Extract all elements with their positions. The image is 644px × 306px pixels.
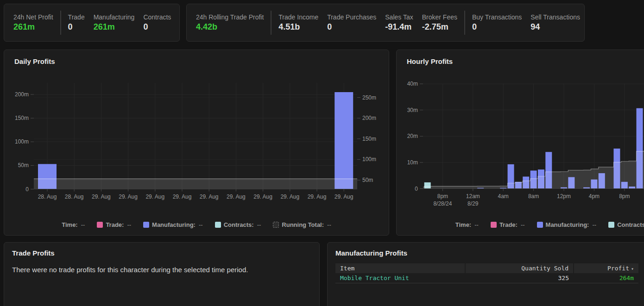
stat-sell-transactions: Sell Transactions 94	[530, 13, 580, 32]
stat-24h-rolling-trade-profit: 24h Rolling Trade Profit 4.42b	[196, 13, 264, 32]
svg-text:28. Aug: 28. Aug	[65, 194, 84, 200]
legend-value: --	[257, 221, 261, 228]
manufacturing-profits-card: Manufacturing Profits Item Quantity Sold…	[327, 242, 644, 306]
svg-text:20m: 20m	[407, 133, 418, 139]
stat-trade-income: Trade Income 4.51b	[278, 13, 318, 32]
trade-profits-card: Trade Profits There were no trade profit…	[4, 242, 320, 306]
legend-item-contracts[interactable]: Contracts:--	[608, 221, 644, 228]
svg-text:0: 0	[25, 186, 29, 193]
svg-text:30m: 30m	[407, 107, 418, 113]
svg-text:200m: 200m	[15, 91, 29, 98]
legend-label: Contracts:	[617, 221, 644, 228]
stat-value: 0	[143, 21, 171, 32]
stat-label: Trade	[68, 13, 85, 21]
svg-text:150m: 150m	[362, 136, 376, 142]
svg-text:50m: 50m	[362, 177, 373, 183]
legend-label: Time:	[62, 221, 77, 228]
svg-text:100m: 100m	[362, 156, 376, 162]
svg-text:29. Aug: 29. Aug	[200, 194, 219, 200]
legend-label: Time:	[455, 221, 471, 228]
stat-buy-transactions: Buy Transactions 0	[472, 13, 522, 32]
svg-text:40m: 40m	[407, 81, 418, 87]
legend-label: Manufacturing:	[152, 221, 196, 228]
stat-value: 4.51b	[278, 21, 318, 32]
stat-label: Buy Transactions	[472, 13, 522, 21]
legend-value: --	[81, 221, 85, 228]
legend-item-manufacturing[interactable]: Manufacturing:--	[537, 221, 597, 228]
svg-text:150m: 150m	[15, 115, 29, 121]
table-row[interactable]: Mobile Tractor Unit 325 264m	[335, 273, 638, 283]
legend-swatch	[537, 222, 543, 228]
svg-text:50m: 50m	[18, 162, 29, 169]
legend-value: --	[592, 221, 596, 228]
manufacturing-profits-table: Item Quantity Sold Profit▾ Mobile Tracto…	[335, 263, 638, 283]
legend-label: Trade:	[499, 221, 518, 228]
legend-item-running-total[interactable]: Running Total:--	[273, 221, 331, 228]
svg-text:12am: 12am	[466, 193, 480, 200]
svg-text:4am: 4am	[498, 193, 509, 200]
svg-text:8/28/24: 8/28/24	[433, 200, 452, 207]
daily-profits-chart[interactable]: 050m100m150m200m50m100m150m200m250m28. A…	[4, 50, 389, 235]
stat-label: 24h Rolling Trade Profit	[196, 13, 264, 21]
card-title: Manufacturing Profits	[335, 249, 638, 257]
chart-legend: Time:--Trade:--Manufacturing:--Contracts…	[4, 221, 389, 228]
svg-text:28. Aug: 28. Aug	[38, 194, 57, 200]
stat-value: 261m	[94, 21, 135, 32]
svg-text:29. Aug: 29. Aug	[92, 194, 111, 200]
svg-text:29. Aug: 29. Aug	[145, 194, 164, 200]
stat-value: 0	[327, 21, 376, 32]
svg-text:12pm: 12pm	[557, 193, 571, 200]
stat-trade: Trade 0	[68, 13, 85, 32]
stat-group: Trade 0 Manufacturing 261m Contracts 0	[68, 13, 171, 32]
stat-value: 4.42b	[196, 21, 264, 32]
svg-text:0: 0	[415, 186, 418, 192]
legend-item-manufacturing[interactable]: Manufacturing:--	[143, 221, 203, 228]
legend-item-time[interactable]: Time:--	[62, 221, 85, 228]
legend-item-time[interactable]: Time:--	[455, 221, 479, 228]
divider	[271, 11, 271, 35]
daily-profits-card: Daily Profits 050m100m150m200m50m100m150…	[4, 50, 389, 236]
hourly-profits-chart[interactable]: 010m20m30m40m8pm8/28/2412am8/294am8am12p…	[397, 50, 644, 235]
column-header-quantity-sold[interactable]: Quantity Sold	[465, 263, 574, 273]
stat-label: Trade Income	[278, 13, 318, 21]
stat-sales-tax: Sales Tax -91.4m	[385, 13, 413, 32]
legend-swatch	[608, 222, 614, 228]
stat-value: -2.75m	[422, 21, 457, 32]
legend-item-trade[interactable]: Trade:--	[97, 221, 131, 228]
item-link[interactable]: Mobile Tractor Unit	[335, 273, 465, 283]
svg-text:100m: 100m	[15, 138, 29, 145]
legend-swatch	[215, 222, 221, 228]
stat-label: Trade Purchases	[327, 13, 376, 21]
svg-text:200m: 200m	[362, 115, 376, 121]
chart-legend: Time:--Trade:--Manufacturing:--Contracts…	[397, 221, 644, 228]
empty-state-message: There were no trade profits for this cha…	[12, 266, 311, 274]
column-header-profit[interactable]: Profit▾	[574, 263, 638, 273]
quantity-sold-cell: 325	[465, 273, 574, 283]
divider	[60, 11, 61, 35]
svg-text:29. Aug: 29. Aug	[335, 194, 354, 200]
stat-label: Contracts	[143, 13, 171, 21]
hourly-profits-card: Hourly Profits 010m20m30m40m8pm8/28/2412…	[396, 50, 644, 236]
column-header-item[interactable]: Item	[335, 263, 465, 273]
stat-broker-fees: Broker Fees -2.75m	[422, 13, 457, 32]
stat-group: Trade Income 4.51b Trade Purchases 0 Sal…	[278, 13, 457, 32]
svg-text:10m: 10m	[407, 159, 418, 166]
svg-text:29. Aug: 29. Aug	[227, 194, 246, 200]
svg-text:8pm: 8pm	[437, 193, 448, 200]
legend-value: --	[474, 221, 479, 228]
svg-text:29. Aug: 29. Aug	[253, 194, 272, 200]
stat-trade-purchases: Trade Purchases 0	[327, 13, 376, 32]
legend-item-contracts[interactable]: Contracts:--	[215, 221, 261, 228]
net-profit-summary-panel: 24h Net Profit 261m Trade 0 Manufacturin…	[4, 4, 180, 42]
legend-value: --	[327, 221, 331, 228]
legend-label: Running Total:	[282, 221, 324, 228]
legend-item-trade[interactable]: Trade:--	[491, 221, 525, 228]
svg-text:29. Aug: 29. Aug	[280, 194, 299, 200]
sort-desc-icon: ▾	[631, 266, 634, 271]
stat-label: Sales Tax	[385, 13, 413, 21]
column-header-label: Profit	[607, 265, 629, 272]
legend-label: Contracts:	[224, 221, 254, 228]
legend-swatch	[97, 222, 103, 228]
svg-text:4pm: 4pm	[589, 193, 600, 200]
legend-value: --	[521, 221, 525, 228]
